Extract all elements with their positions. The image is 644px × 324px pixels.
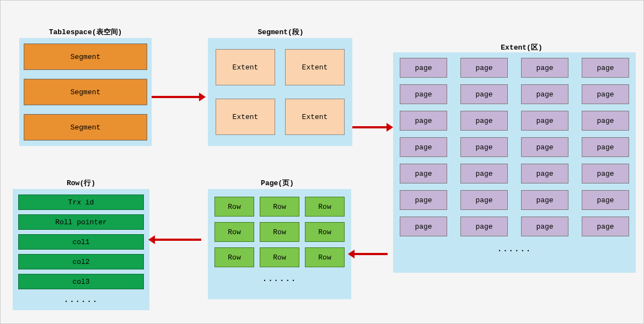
row-field: col1 xyxy=(18,234,144,250)
row-cell: Row xyxy=(305,222,345,242)
row-cell: Row xyxy=(305,197,345,217)
row-cell: Row xyxy=(260,247,299,267)
page-cell: page xyxy=(400,137,447,157)
page-cell: page xyxy=(460,190,508,210)
page-cell: page xyxy=(400,58,447,78)
arrow-segment-to-extent xyxy=(352,126,388,128)
row-field: col2 xyxy=(18,254,144,269)
page-cell: page xyxy=(400,164,447,183)
extent-cell: Extent xyxy=(216,99,275,135)
page-cell: page xyxy=(460,111,508,131)
extent-cell: Extent xyxy=(216,49,275,85)
row-cell: Row xyxy=(305,247,345,267)
page-cell: page xyxy=(521,164,568,183)
row-field: col3 xyxy=(18,274,144,289)
page-cell: page xyxy=(460,217,508,236)
more-dots: ······ xyxy=(400,243,629,255)
tablespace-title: Tablespace(表空间) xyxy=(36,27,135,37)
page-cell: page xyxy=(521,190,568,210)
extent-box: pagepagepagepagepagepagepagepagepagepage… xyxy=(393,52,636,273)
row-cell: Row xyxy=(214,222,254,242)
tablespace-box: Segment Segment Segment xyxy=(19,38,152,146)
page-cell: page xyxy=(521,217,568,236)
segment-cell: Segment xyxy=(24,44,147,70)
page-cell: page xyxy=(521,58,568,78)
page-cell: page xyxy=(582,190,629,210)
row-cell: Row xyxy=(260,197,299,217)
page-cell: page xyxy=(460,84,508,104)
page-cell: page xyxy=(582,111,629,131)
arrow-page-to-row xyxy=(154,239,201,241)
arrow-extent-to-page xyxy=(353,253,388,255)
segment-box: Extent Extent Extent Extent xyxy=(208,38,352,146)
more-dots: ······ xyxy=(214,273,345,285)
arrow-tablespace-to-segment xyxy=(152,96,200,98)
page-cell: page xyxy=(582,137,629,157)
page-cell: page xyxy=(582,217,629,236)
page-cell: page xyxy=(400,217,447,236)
row-cell: Row xyxy=(214,197,254,217)
segment-cell: Segment xyxy=(24,79,147,105)
more-dots: ······ xyxy=(18,294,144,306)
page-box: RowRowRowRowRowRowRowRowRow······ xyxy=(208,189,351,299)
page-cell: page xyxy=(582,58,629,78)
page-cell: page xyxy=(400,190,447,210)
page-cell: page xyxy=(460,58,508,78)
row-title: Row(行) xyxy=(59,178,103,188)
extent-title: Extent(区) xyxy=(480,42,563,52)
row-box: Trx idRoll pointercol1col2col3······ xyxy=(13,189,149,310)
row-cell: Row xyxy=(260,222,299,242)
page-title: Page(页) xyxy=(250,178,305,188)
segment-cell: Segment xyxy=(24,114,147,141)
page-cell: page xyxy=(460,137,508,157)
row-field: Trx id xyxy=(18,195,144,210)
row-cell: Row xyxy=(214,247,254,267)
segment-title: Segment(段) xyxy=(248,27,314,37)
page-cell: page xyxy=(521,84,568,104)
page-cell: page xyxy=(582,164,629,183)
page-cell: page xyxy=(460,164,508,183)
page-cell: page xyxy=(521,111,568,131)
page-cell: page xyxy=(521,137,568,157)
extent-cell: Extent xyxy=(285,99,345,135)
extent-cell: Extent xyxy=(285,49,345,85)
row-field: Roll pointer xyxy=(18,214,144,230)
page-cell: page xyxy=(400,111,447,131)
page-cell: page xyxy=(400,84,447,104)
page-cell: page xyxy=(582,84,629,104)
